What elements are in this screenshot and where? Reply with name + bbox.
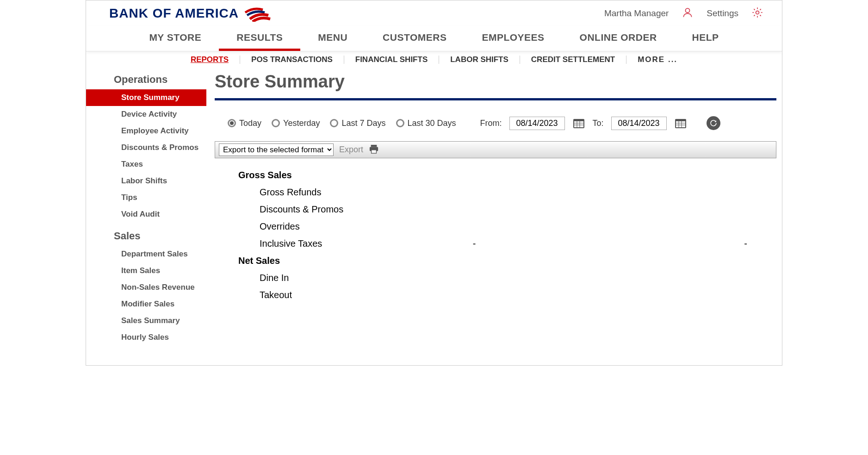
svg-rect-3 [574,121,583,127]
sidebar-item-non-sales-revenue[interactable]: Non-Sales Revenue [86,279,206,296]
logo-text: BANK OF AMERICA [109,6,239,21]
sub-nav: REPORTSPOS TRANSACTIONSFINANCIAL SHIFTSL… [86,51,782,68]
sidebar-item-labor-shifts[interactable]: Labor Shifts [86,173,206,189]
filter-bar: TodayYesterdayLast 7 DaysLast 30 Days Fr… [215,116,776,130]
sidebar-item-item-sales[interactable]: Item Sales [86,262,206,279]
filter-label: Yesterday [283,118,320,128]
sub-nav-labor-shifts[interactable]: LABOR SHIFTS [439,56,520,64]
from-date-input[interactable] [509,117,565,130]
filter-last-30-days[interactable]: Last 30 Days [396,118,456,128]
main-nav-online-order[interactable]: ONLINE ORDER [562,26,675,51]
app-frame: BANK OF AMERICA Martha Manager Settings … [86,0,782,366]
report-row-value-2 [544,273,747,283]
title-rule [215,98,776,100]
report-row-value-2 [544,256,747,266]
sidebar-item-tips[interactable]: Tips [86,189,206,206]
sidebar[interactable]: OperationsStore SummaryDevice ActivityEm… [86,68,206,365]
header: BANK OF AMERICA Martha Manager Settings [86,0,782,26]
sub-nav-financial-shifts[interactable]: FINANCIAL SHIFTS [344,56,439,64]
logo-mark-icon [243,5,271,22]
report-row-value-1 [405,256,544,266]
report-row-value-1 [405,204,544,215]
from-label: From: [480,118,502,128]
sidebar-item-hourly-sales[interactable]: Hourly Sales [86,329,206,346]
svg-point-1 [756,11,759,14]
sub-nav-credit-settlement[interactable]: CREDIT SETTLEMENT [520,56,626,64]
main-nav-customers[interactable]: CUSTOMERS [365,26,464,51]
report-row: Discounts & Promos [238,201,758,218]
calendar-to-icon[interactable] [674,117,687,130]
gear-icon[interactable] [751,6,763,21]
report-body[interactable]: Gross SalesGross RefundsDiscounts & Prom… [215,158,776,365]
report-row-value-1 [405,187,544,198]
sub-nav-more[interactable]: MORE ... [626,55,688,64]
report-row: Takeout [238,287,758,304]
sub-nav-pos-transactions[interactable]: POS TRANSACTIONS [240,56,344,64]
svg-rect-9 [676,121,685,127]
svg-rect-16 [372,150,377,153]
sidebar-item-department-sales[interactable]: Department Sales [86,246,206,262]
filter-last-7-days[interactable]: Last 7 Days [330,118,385,128]
user-icon[interactable] [682,6,694,21]
sidebar-item-discounts-promos[interactable]: Discounts & Promos [86,139,206,156]
sidebar-item-modifier-sales[interactable]: Modifier Sales [86,296,206,312]
sidebar-item-void-audit[interactable]: Void Audit [86,206,206,223]
report-row-value-2: - [544,238,747,249]
user-name[interactable]: Martha Manager [604,8,669,19]
body: OperationsStore SummaryDevice ActivityEm… [86,68,782,365]
report-row-value-1 [405,170,544,181]
filter-today[interactable]: Today [228,118,261,128]
report-row-value-2 [544,204,747,215]
export-button[interactable]: Export [339,145,363,155]
report-row-label: Inclusive Taxes [238,238,405,249]
sidebar-item-device-activity[interactable]: Device Activity [86,106,206,123]
main-nav: MY STORERESULTSMENUCUSTOMERSEMPLOYEESONL… [86,26,782,51]
filter-yesterday[interactable]: Yesterday [272,118,320,128]
calendar-from-icon[interactable] [572,117,585,130]
header-right: Martha Manager Settings [604,6,763,21]
filter-label: Today [239,118,261,128]
main-nav-results[interactable]: RESULTS [219,26,300,51]
report-row-value-2 [544,187,747,198]
main-nav-my-store[interactable]: MY STORE [131,26,219,51]
sidebar-item-taxes[interactable]: Taxes [86,156,206,173]
report-row-label: Gross Refunds [238,187,405,198]
sidebar-group-sales: Sales [86,227,206,246]
main-nav-menu[interactable]: MENU [300,26,365,51]
report-toolbar: Export to the selected format Export [215,141,776,158]
report-row-value-2 [544,290,747,300]
report-row: Inclusive Taxes-- [238,235,758,252]
svg-rect-14 [371,144,377,147]
report-row-label: Discounts & Promos [238,204,405,215]
refresh-icon[interactable] [707,116,720,130]
report-row: Dine In [238,269,758,287]
sidebar-group-operations: Operations [86,71,206,89]
filter-label: Last 7 Days [341,118,385,128]
report-row-label: Overrides [238,221,405,232]
report-row-label: Gross Sales [238,170,405,181]
report-row-value-2 [544,221,747,232]
report-row-value-1 [405,221,544,232]
page-title: Store Summary [215,72,776,92]
report-row: Overrides [238,218,758,235]
sidebar-item-sales-summary[interactable]: Sales Summary [86,312,206,329]
sub-nav-reports[interactable]: REPORTS [180,56,240,64]
print-icon[interactable] [369,144,379,156]
report-row-label: Takeout [238,290,405,300]
main-nav-help[interactable]: HELP [675,26,737,51]
settings-link[interactable]: Settings [707,8,738,19]
report-row-value-2 [544,170,747,181]
report-row-label: Dine In [238,273,405,283]
to-date-input[interactable] [611,117,667,130]
sidebar-item-employee-activity[interactable]: Employee Activity [86,123,206,139]
report-row: Gross Sales [238,167,758,184]
report-row-value-1 [405,290,544,300]
sidebar-item-store-summary[interactable]: Store Summary [86,89,206,106]
report-row: Net Sales [238,252,758,269]
report-row: Gross Refunds [238,184,758,201]
report-row-value-1 [405,273,544,283]
svg-point-0 [686,8,690,12]
to-label: To: [593,118,604,128]
main-nav-employees[interactable]: EMPLOYEES [464,26,562,51]
export-format-select[interactable]: Export to the selected format [219,143,334,156]
